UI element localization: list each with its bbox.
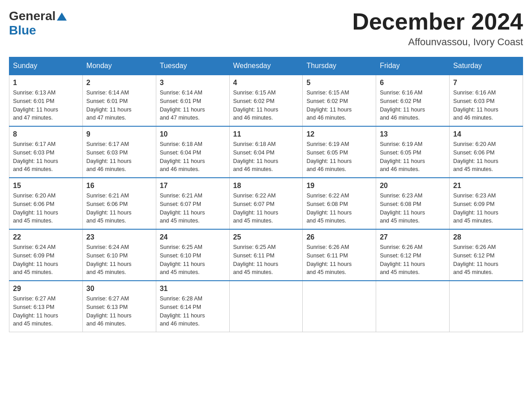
calendar-cell (229, 281, 303, 332)
weekday-header-thursday: Thursday (303, 57, 376, 75)
day-number: 14 (453, 130, 519, 138)
calendar-table: SundayMondayTuesdayWednesdayThursdayFrid… (9, 57, 523, 332)
calendar-cell: 18Sunrise: 6:22 AMSunset: 6:07 PMDayligh… (229, 178, 303, 229)
calendar-cell: 20Sunrise: 6:23 AMSunset: 6:08 PMDayligh… (376, 178, 450, 229)
day-number: 27 (380, 233, 446, 241)
calendar-cell: 22Sunrise: 6:24 AMSunset: 6:09 PMDayligh… (9, 229, 83, 281)
day-info: Sunrise: 6:25 AMSunset: 6:11 PMDaylight:… (233, 243, 299, 277)
day-info: Sunrise: 6:24 AMSunset: 6:09 PMDaylight:… (13, 243, 79, 277)
calendar-cell: 9Sunrise: 6:17 AMSunset: 6:03 PMDaylight… (82, 126, 156, 178)
day-info: Sunrise: 6:14 AMSunset: 6:01 PMDaylight:… (86, 89, 152, 122)
day-number: 23 (86, 233, 152, 241)
day-number: 4 (233, 79, 299, 87)
day-number: 8 (13, 130, 79, 138)
calendar-cell: 16Sunrise: 6:21 AMSunset: 6:06 PMDayligh… (82, 178, 156, 229)
day-number: 1 (13, 79, 79, 87)
day-info: Sunrise: 6:20 AMSunset: 6:06 PMDaylight:… (453, 140, 519, 174)
calendar-cell: 28Sunrise: 6:26 AMSunset: 6:12 PMDayligh… (450, 229, 523, 281)
day-number: 20 (380, 182, 446, 190)
calendar-week-row: 29Sunrise: 6:27 AMSunset: 6:13 PMDayligh… (9, 281, 523, 332)
day-info: Sunrise: 6:20 AMSunset: 6:06 PMDaylight:… (13, 192, 79, 225)
day-number: 17 (160, 182, 226, 190)
calendar-week-row: 1Sunrise: 6:13 AMSunset: 6:01 PMDaylight… (9, 75, 523, 126)
day-number: 2 (86, 79, 152, 87)
calendar-cell: 27Sunrise: 6:26 AMSunset: 6:12 PMDayligh… (376, 229, 450, 281)
calendar-cell: 26Sunrise: 6:26 AMSunset: 6:11 PMDayligh… (303, 229, 376, 281)
day-info: Sunrise: 6:26 AMSunset: 6:11 PMDaylight:… (306, 243, 372, 277)
day-info: Sunrise: 6:23 AMSunset: 6:09 PMDaylight:… (453, 192, 519, 225)
day-info: Sunrise: 6:15 AMSunset: 6:02 PMDaylight:… (306, 89, 372, 122)
day-info: Sunrise: 6:16 AMSunset: 6:03 PMDaylight:… (453, 89, 519, 122)
day-number: 3 (160, 79, 226, 87)
calendar-cell: 21Sunrise: 6:23 AMSunset: 6:09 PMDayligh… (450, 178, 523, 229)
calendar-cell: 5Sunrise: 6:15 AMSunset: 6:02 PMDaylight… (303, 75, 376, 126)
day-info: Sunrise: 6:24 AMSunset: 6:10 PMDaylight:… (86, 243, 152, 277)
calendar-cell: 6Sunrise: 6:16 AMSunset: 6:02 PMDaylight… (376, 75, 450, 126)
calendar-cell: 14Sunrise: 6:20 AMSunset: 6:06 PMDayligh… (450, 126, 523, 178)
day-info: Sunrise: 6:14 AMSunset: 6:01 PMDaylight:… (160, 89, 226, 122)
day-info: Sunrise: 6:28 AMSunset: 6:14 PMDaylight:… (160, 295, 226, 328)
day-info: Sunrise: 6:18 AMSunset: 6:04 PMDaylight:… (233, 140, 299, 174)
day-info: Sunrise: 6:27 AMSunset: 6:13 PMDaylight:… (86, 295, 152, 328)
day-info: Sunrise: 6:19 AMSunset: 6:05 PMDaylight:… (306, 140, 372, 174)
weekday-header-sunday: Sunday (9, 57, 83, 75)
day-info: Sunrise: 6:17 AMSunset: 6:03 PMDaylight:… (13, 140, 79, 174)
day-info: Sunrise: 6:19 AMSunset: 6:05 PMDaylight:… (380, 140, 446, 174)
day-number: 19 (306, 182, 372, 190)
day-number: 29 (13, 285, 79, 293)
calendar-cell: 12Sunrise: 6:19 AMSunset: 6:05 PMDayligh… (303, 126, 376, 178)
calendar-cell: 2Sunrise: 6:14 AMSunset: 6:01 PMDaylight… (82, 75, 156, 126)
calendar-cell: 3Sunrise: 6:14 AMSunset: 6:01 PMDaylight… (156, 75, 229, 126)
calendar-cell: 29Sunrise: 6:27 AMSunset: 6:13 PMDayligh… (9, 281, 83, 332)
calendar-cell: 8Sunrise: 6:17 AMSunset: 6:03 PMDaylight… (9, 126, 83, 178)
day-number: 10 (160, 130, 226, 138)
day-info: Sunrise: 6:25 AMSunset: 6:10 PMDaylight:… (160, 243, 226, 277)
day-number: 5 (306, 79, 372, 87)
day-info: Sunrise: 6:22 AMSunset: 6:08 PMDaylight:… (306, 192, 372, 225)
calendar-cell: 13Sunrise: 6:19 AMSunset: 6:05 PMDayligh… (376, 126, 450, 178)
day-info: Sunrise: 6:15 AMSunset: 6:02 PMDaylight:… (233, 89, 299, 122)
day-info: Sunrise: 6:22 AMSunset: 6:07 PMDaylight:… (233, 192, 299, 225)
day-info: Sunrise: 6:23 AMSunset: 6:08 PMDaylight:… (380, 192, 446, 225)
calendar-cell (376, 281, 450, 332)
weekday-header-monday: Monday (82, 57, 156, 75)
day-info: Sunrise: 6:26 AMSunset: 6:12 PMDaylight:… (453, 243, 519, 277)
weekday-header-tuesday: Tuesday (156, 57, 229, 75)
day-number: 31 (160, 285, 226, 293)
day-number: 22 (13, 233, 79, 241)
day-number: 15 (13, 182, 79, 190)
page-header: General Blue December 2024 Affounvassou,… (9, 9, 523, 48)
day-number: 28 (453, 233, 519, 241)
calendar-cell: 10Sunrise: 6:18 AMSunset: 6:04 PMDayligh… (156, 126, 229, 178)
day-number: 30 (86, 285, 152, 293)
calendar-cell: 15Sunrise: 6:20 AMSunset: 6:06 PMDayligh… (9, 178, 83, 229)
calendar-header-row: SundayMondayTuesdayWednesdayThursdayFrid… (9, 57, 523, 75)
title-block: December 2024 Affounvassou, Ivory Coast (352, 9, 523, 48)
calendar-cell: 17Sunrise: 6:21 AMSunset: 6:07 PMDayligh… (156, 178, 229, 229)
calendar-cell: 1Sunrise: 6:13 AMSunset: 6:01 PMDaylight… (9, 75, 83, 126)
day-info: Sunrise: 6:21 AMSunset: 6:06 PMDaylight:… (86, 192, 152, 225)
calendar-week-row: 15Sunrise: 6:20 AMSunset: 6:06 PMDayligh… (9, 178, 523, 229)
calendar-cell: 24Sunrise: 6:25 AMSunset: 6:10 PMDayligh… (156, 229, 229, 281)
calendar-week-row: 22Sunrise: 6:24 AMSunset: 6:09 PMDayligh… (9, 229, 523, 281)
day-number: 7 (453, 79, 519, 87)
weekday-header-wednesday: Wednesday (229, 57, 303, 75)
calendar-cell: 23Sunrise: 6:24 AMSunset: 6:10 PMDayligh… (82, 229, 156, 281)
weekday-header-friday: Friday (376, 57, 450, 75)
day-info: Sunrise: 6:16 AMSunset: 6:02 PMDaylight:… (380, 89, 446, 122)
day-number: 9 (86, 130, 152, 138)
calendar-cell: 19Sunrise: 6:22 AMSunset: 6:08 PMDayligh… (303, 178, 376, 229)
logo-blue-text: Blue (9, 23, 36, 37)
day-number: 13 (380, 130, 446, 138)
day-info: Sunrise: 6:21 AMSunset: 6:07 PMDaylight:… (160, 192, 226, 225)
weekday-header-saturday: Saturday (450, 57, 523, 75)
logo: General Blue (9, 9, 67, 38)
day-info: Sunrise: 6:18 AMSunset: 6:04 PMDaylight:… (160, 140, 226, 174)
day-number: 21 (453, 182, 519, 190)
calendar-cell (303, 281, 376, 332)
day-number: 6 (380, 79, 446, 87)
day-number: 16 (86, 182, 152, 190)
logo-general-text: General (9, 9, 56, 23)
calendar-cell: 4Sunrise: 6:15 AMSunset: 6:02 PMDaylight… (229, 75, 303, 126)
calendar-cell (450, 281, 523, 332)
